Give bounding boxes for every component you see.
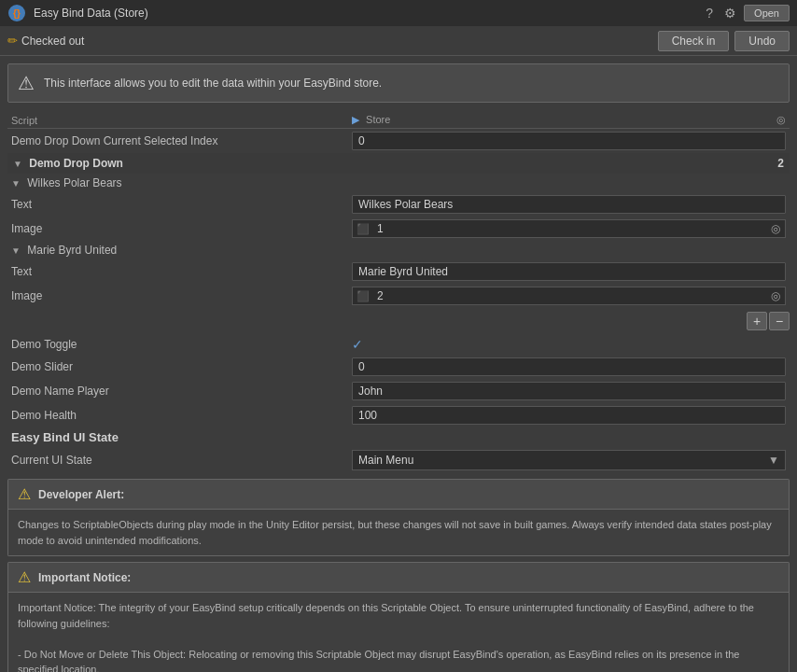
info-banner: ⚠ This interface allows you to edit the … [7,63,790,103]
status-buttons: Check in Undo [658,31,790,51]
demo-index-input[interactable] [352,132,786,150]
ui-state-dropdown-text: Main Menu [353,451,762,469]
subsection-value-marie [348,241,790,259]
warn-icon-important: ⚠ [18,568,31,586]
warn-icon-developer: ⚠ [18,485,31,503]
wilkes-image-text: 1 [373,220,766,237]
row-label-demo-index: Demo Drop Down Current Selected Index [7,129,348,154]
marie-text-input[interactable] [352,262,786,281]
developer-alert-box: ⚠ Developer Alert: Changes to Scriptable… [7,479,790,556]
section-value-demo-dropdown: 2 [348,153,790,174]
important-notice-body1: Important Notice: The integrity of your … [18,600,779,631]
row-value-demo-slider[interactable] [348,355,790,379]
title-bar: {} Easy Bind Data (Store) ? ⚙ Open [0,0,797,26]
title-left: {} Easy Bind Data (Store) [7,4,148,22]
target-icon-wilkes[interactable]: ◎ [766,220,785,237]
script-header: Script [7,110,348,129]
table-header: Script ▶ Store ◎ [7,110,790,129]
store-circle-icon: ◎ [776,114,786,126]
table-row: Easy Bind UI State [7,427,790,447]
row-label-demo-slider: Demo Slider [7,355,348,379]
subsection-label-marie: ▼ Marie Byrd United [7,241,348,259]
check-icon-toggle[interactable]: ✓ [352,337,363,352]
row-label-wilkes-image: Image [7,217,348,241]
add-button[interactable]: + [747,312,767,330]
wilkes-text-input[interactable] [352,195,786,214]
row-label-demo-player-name: Demo Name Player [7,379,348,403]
dropdown-arrow-icon: ▼ [762,451,785,469]
row-value-demo-player-name[interactable] [348,379,790,403]
table-row: Current UI State Main Menu ▼ [7,447,790,473]
settings-button[interactable]: ⚙ [720,4,740,22]
row-label-demo-health: Demo Health [7,403,348,427]
row-value-wilkes-image[interactable]: ⬛ 1 ◎ [348,217,790,241]
table-row: Demo Health [7,403,790,427]
table-row: Demo Name Player [7,379,790,403]
table-row: Demo Slider [7,355,790,379]
table-row: Text [7,192,790,217]
info-banner-text: This interface allows you to edit the da… [44,77,382,90]
collapse-arrow-marie[interactable]: ▼ [11,245,21,256]
store-icon: ▶ [352,114,359,125]
marie-image-text: 2 [373,287,766,304]
collapse-arrow-wilkes[interactable]: ▼ [11,178,21,189]
row-label-marie-image: Image [7,284,348,308]
row-value-wilkes-text[interactable] [348,192,790,217]
row-value-demo-toggle[interactable]: ✓ [348,334,790,355]
important-notice-body2: - Do Not Move or Delete This Object: Rel… [18,647,779,673]
important-notice-box: ⚠ Important Notice: Important Notice: Th… [7,562,790,672]
row-value-marie-text[interactable] [348,259,790,284]
check-in-button[interactable]: Check in [658,31,730,51]
sprite-icon-marie: ⬛ [353,288,373,304]
undo-button[interactable]: Undo [734,31,790,51]
checked-out-status: ✏ Checked out [7,34,84,48]
data-table-continued: Demo Toggle ✓ Demo Slider Demo Name Play… [7,334,790,473]
status-bar: ✏ Checked out Check in Undo [0,26,797,56]
row-label-wilkes-text: Text [7,192,348,217]
title-right: ? ⚙ Open [702,4,790,22]
subsection-wilkes: ▼ Wilkes Polar Bears [7,174,790,192]
info-icon: ⚠ [18,72,35,94]
developer-alert-body: Changes to ScriptableObjects during play… [7,510,790,556]
row-value-marie-image[interactable]: ⬛ 2 ◎ [348,284,790,308]
pencil-icon: ✏ [7,34,18,48]
row-value-demo-index[interactable] [348,129,790,154]
row-label-marie-text: Text [7,259,348,284]
row-value-current-ui-state[interactable]: Main Menu ▼ [348,447,790,473]
developer-alert-header: ⚠ Developer Alert: [7,479,790,510]
section-header-demo-dropdown: ▼ Demo Drop Down 2 [7,153,790,174]
app-icon: {} [7,4,26,22]
demo-health-input[interactable] [352,406,786,425]
app-title: Easy Bind Data (Store) [34,7,148,20]
plus-minus-row: + − [7,308,790,334]
table-row: Demo Toggle ✓ [7,334,790,355]
demo-player-name-input[interactable] [352,382,786,400]
table-row: Demo Drop Down Current Selected Index [7,129,790,154]
store-header: ▶ Store ◎ [348,110,790,129]
sprite-icon-wilkes: ⬛ [353,221,373,237]
easy-bind-ui-state-value [348,427,790,447]
subsection-label-wilkes: ▼ Wilkes Polar Bears [7,174,348,192]
important-notice-label: Important Notice: [38,571,131,584]
checked-out-label: Checked out [21,35,84,48]
subsection-marie: ▼ Marie Byrd United [7,241,790,259]
ui-state-dropdown[interactable]: Main Menu ▼ [352,450,786,470]
open-button[interactable]: Open [744,5,790,21]
row-label-current-ui-state: Current UI State [7,447,348,473]
table-row: Image ⬛ 1 ◎ [7,217,790,241]
svg-text:{}: {} [13,8,21,19]
demo-slider-input[interactable] [352,357,786,376]
data-table: Script ▶ Store ◎ Demo Drop Down Current … [7,110,790,308]
main-content: Script ▶ Store ◎ Demo Drop Down Current … [0,110,797,672]
row-value-demo-health[interactable] [348,403,790,427]
help-button[interactable]: ? [702,4,717,22]
target-icon-marie[interactable]: ◎ [766,287,785,304]
important-notice-header: ⚠ Important Notice: [7,562,790,593]
section-label-demo-dropdown: ▼ Demo Drop Down [7,153,348,174]
collapse-arrow[interactable]: ▼ [13,159,22,169]
subsection-value-wilkes [348,174,790,192]
table-row: Image ⬛ 2 ◎ [7,284,790,308]
remove-button[interactable]: − [769,312,790,330]
table-row: Text [7,259,790,284]
wilkes-image-field: ⬛ 1 ◎ [352,219,786,238]
